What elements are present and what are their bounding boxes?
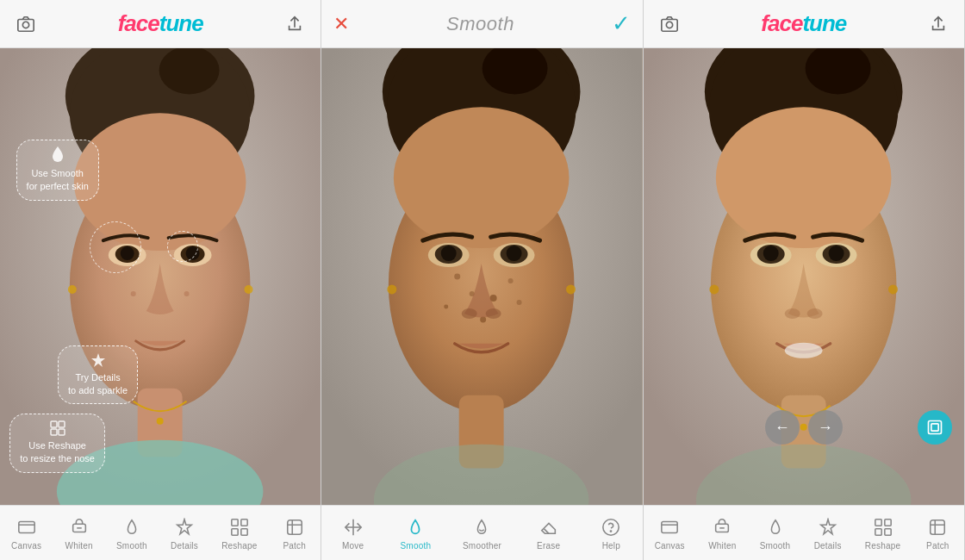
smoother-icon [472,516,491,538]
right-tool-details-label: Details [814,541,842,551]
svg-point-63 [611,530,612,531]
left-tool-patch[interactable]: Patch [276,516,314,551]
svg-rect-94 [884,519,890,525]
center-tool-smoother-label: Smoother [463,541,501,551]
center-header: ✕ Smooth ✓ [321,0,642,48]
confirm-button[interactable]: ✓ [612,10,631,37]
right-face-container: ← → [644,48,964,505]
svg-point-78 [784,308,800,319]
right-tool-reshape[interactable]: Reshape [862,516,904,551]
right-tool-patch[interactable]: Patch [918,516,956,551]
svg-marker-92 [820,519,835,533]
whiten-icon-right [713,516,732,538]
forward-button[interactable]: → [808,410,843,445]
left-tool-smooth[interactable]: Smooth [113,516,151,551]
svg-point-48 [480,316,486,322]
canvas-icon-right [660,516,679,538]
svg-point-71 [716,107,892,248]
svg-point-81 [709,284,719,294]
left-tool-reshape[interactable]: Reshape [218,516,260,551]
svg-rect-88 [662,521,677,532]
right-tool-smooth-label: Smooth [760,541,791,551]
center-tool-move[interactable]: Move [334,516,372,551]
layers-button[interactable] [918,410,952,445]
patch-icon-left [285,516,304,538]
svg-rect-33 [232,528,238,534]
svg-rect-26 [18,521,34,532]
whiten-icon [70,516,89,538]
svg-point-15 [184,291,190,296]
right-header: facetune [644,0,964,48]
svg-point-10 [121,246,134,260]
right-tool-whiten[interactable]: Whiten [703,516,741,551]
right-tool-details[interactable]: Details [809,516,847,551]
smooth-title: Smooth [446,13,514,35]
left-tool-smooth-label: Smooth [116,541,147,551]
move-icon [344,516,363,538]
svg-rect-31 [232,519,238,525]
left-tool-patch-label: Patch [283,541,306,551]
smooth-icon-center [406,516,425,538]
center-tool-erase-label: Erase [537,541,560,551]
svg-point-65 [666,22,672,28]
left-tool-details[interactable]: Details [165,516,203,551]
left-camera-button[interactable] [12,10,40,38]
right-tool-reshape-label: Reshape [865,541,900,551]
svg-marker-30 [177,519,192,533]
svg-rect-34 [241,528,247,534]
center-image-area[interactable] [321,48,642,505]
svg-point-74 [763,246,778,261]
back-button[interactable]: ← [765,410,800,445]
smooth-icon-left [122,516,141,538]
right-share-button[interactable] [925,10,952,38]
center-tool-smooth-label: Smooth [400,541,431,551]
svg-rect-96 [884,528,890,534]
help-icon [601,516,620,538]
left-panel: facetune [0,0,321,560]
nav-arrows: ← → [765,410,843,445]
svg-point-1 [22,22,28,28]
right-tool-canvas[interactable]: Canvas [651,516,688,551]
svg-point-62 [603,519,619,534]
svg-rect-35 [287,520,302,534]
svg-point-42 [455,274,461,280]
svg-rect-93 [875,519,881,525]
svg-point-82 [888,284,898,294]
left-face-svg [0,48,321,505]
right-camera-button[interactable] [656,10,683,38]
svg-point-20 [157,418,164,425]
cancel-button[interactable]: ✕ [333,13,349,35]
center-tool-smoother[interactable]: Smoother [459,516,505,551]
left-share-button[interactable] [281,10,308,38]
left-image-area: Use Smoothfor perfect skin Try Detailsto… [0,48,321,505]
center-tool-erase[interactable]: Erase [530,516,568,551]
left-header: facetune [0,0,321,48]
svg-point-14 [131,291,136,296]
smooth-icon-right [766,516,785,538]
right-toolbar: Canvas Whiten Smooth [644,505,964,560]
svg-point-56 [486,308,501,319]
canvas-icon [17,516,36,538]
center-toolbar: Move Smooth Smoother [321,505,642,560]
center-tool-help[interactable]: Help [592,516,630,551]
svg-point-7 [74,113,246,251]
svg-point-54 [507,246,522,261]
right-tool-whiten-label: Whiten [708,541,736,551]
svg-point-47 [517,300,522,305]
svg-rect-32 [241,519,247,525]
left-tool-details-label: Details [171,541,198,551]
svg-rect-86 [928,421,941,434]
right-tool-smooth[interactable]: Smooth [756,516,794,551]
right-image-area: ← → [644,48,964,505]
center-tool-move-label: Move [342,541,364,551]
svg-rect-87 [931,424,938,431]
center-face-container [321,48,642,505]
left-tool-canvas[interactable]: Canvas [8,516,46,551]
right-panel: facetune [644,0,965,560]
center-panel: ✕ Smooth ✓ [321,0,643,560]
center-tool-smooth[interactable]: Smooth [396,516,434,551]
svg-point-45 [508,278,514,283]
details-icon-left [175,516,194,538]
left-tool-whiten[interactable]: Whiten [60,516,98,551]
svg-point-51 [441,246,457,261]
